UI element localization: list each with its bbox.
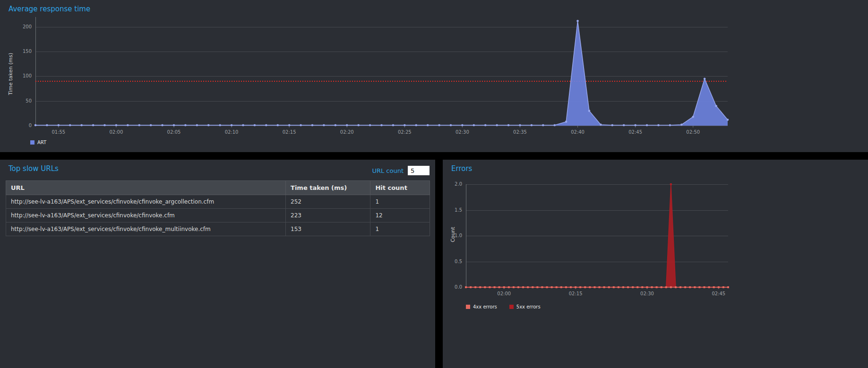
url-cell: http://see-lv-a163/APS/ext_services/cfin… bbox=[6, 223, 286, 236]
svg-text:02:20: 02:20 bbox=[340, 129, 354, 135]
avg-response-chart-svg: 05010015020001:5502:0002:0502:1002:1502:… bbox=[0, 11, 737, 145]
url-cell: http://see-lv-a163/APS/ext_services/cfin… bbox=[6, 195, 286, 209]
time-cell: 153 bbox=[286, 223, 370, 236]
svg-text:1.0: 1.0 bbox=[455, 233, 462, 238]
svg-text:200: 200 bbox=[23, 24, 32, 29]
svg-text:50: 50 bbox=[26, 98, 32, 103]
svg-text:02:15: 02:15 bbox=[569, 291, 583, 296]
monitoring-dashboard: Average response time Time taken (ms) 05… bbox=[0, 0, 868, 368]
svg-text:02:05: 02:05 bbox=[167, 129, 181, 135]
svg-text:02:30: 02:30 bbox=[640, 291, 654, 296]
svg-text:0: 0 bbox=[29, 123, 32, 128]
svg-text:02:15: 02:15 bbox=[283, 129, 296, 135]
hits-cell: 1 bbox=[370, 195, 430, 209]
legend-item-4xx-errors[interactable]: 4xx errors bbox=[466, 304, 497, 309]
svg-text:02:45: 02:45 bbox=[628, 129, 642, 135]
errors-title: Errors bbox=[451, 164, 472, 173]
errors-panel: Errors Count 0.00.51.01.52.002:0002:1502… bbox=[443, 160, 868, 368]
svg-text:02:35: 02:35 bbox=[513, 129, 527, 135]
svg-text:0.5: 0.5 bbox=[455, 259, 462, 264]
svg-text:02:10: 02:10 bbox=[225, 129, 239, 135]
hits-cell: 12 bbox=[370, 209, 430, 223]
time-cell: 252 bbox=[286, 195, 370, 209]
svg-text:02:00: 02:00 bbox=[497, 291, 511, 296]
legend-swatch bbox=[466, 305, 470, 309]
svg-text:01:55: 01:55 bbox=[52, 129, 65, 135]
legend-item-5xx-errors[interactable]: 5xx errors bbox=[509, 304, 541, 309]
top-slow-urls-panel: Top slow URLs URL count URL Time taken (… bbox=[0, 160, 435, 368]
hits-cell: 1 bbox=[370, 223, 430, 236]
table-row: http://see-lv-a163/APS/ext_services/cfin… bbox=[6, 209, 430, 223]
legend-item-art[interactable]: ART bbox=[30, 140, 46, 145]
errors-chart[interactable]: 0.00.51.01.52.002:0002:1502:3002:45 bbox=[443, 180, 859, 304]
svg-text:2.0: 2.0 bbox=[455, 181, 462, 187]
svg-text:02:25: 02:25 bbox=[398, 129, 412, 135]
url-count-label: URL count bbox=[372, 167, 404, 174]
svg-text:02:30: 02:30 bbox=[455, 129, 469, 135]
svg-text:1.5: 1.5 bbox=[455, 207, 462, 213]
legend-label: 4xx errors bbox=[473, 304, 497, 309]
svg-text:02:50: 02:50 bbox=[686, 129, 700, 135]
url-cell: http://see-lv-a163/APS/ext_services/cfin… bbox=[6, 209, 286, 223]
svg-text:02:45: 02:45 bbox=[712, 291, 725, 296]
svg-text:02:40: 02:40 bbox=[571, 129, 584, 135]
legend-swatch bbox=[30, 140, 34, 145]
slow-urls-table: URL Time taken (ms) Hit count http://see… bbox=[6, 180, 430, 236]
legend-label: 5xx errors bbox=[516, 304, 541, 309]
url-count-input[interactable] bbox=[408, 166, 430, 175]
errors-chart-svg: 0.00.51.01.52.002:0002:1502:3002:45 bbox=[443, 180, 859, 304]
column-header-url: URL bbox=[6, 181, 286, 195]
column-header-hits: Hit count bbox=[370, 181, 430, 195]
table-row: http://see-lv-a163/APS/ext_services/cfin… bbox=[6, 223, 430, 236]
svg-text:150: 150 bbox=[23, 49, 32, 54]
svg-text:02:00: 02:00 bbox=[110, 129, 123, 135]
legend-label: ART bbox=[37, 140, 46, 145]
errors-legend: 4xx errors5xx errors bbox=[466, 304, 541, 309]
table-header-row: URL Time taken (ms) Hit count bbox=[6, 181, 430, 195]
avg-response-chart[interactable]: 05010015020001:5502:0002:0502:1002:1502:… bbox=[0, 11, 737, 145]
avg-response-panel: Average response time Time taken (ms) 05… bbox=[0, 0, 868, 152]
url-count-control: URL count bbox=[372, 166, 430, 175]
legend-swatch bbox=[509, 305, 514, 309]
time-cell: 223 bbox=[286, 209, 370, 223]
art-legend: ART bbox=[30, 140, 46, 145]
svg-text:100: 100 bbox=[23, 73, 32, 78]
table-row: http://see-lv-a163/APS/ext_services/cfin… bbox=[6, 195, 430, 209]
top-slow-urls-title: Top slow URLs bbox=[9, 164, 59, 173]
svg-text:0.0: 0.0 bbox=[455, 284, 462, 290]
column-header-time: Time taken (ms) bbox=[286, 181, 370, 195]
